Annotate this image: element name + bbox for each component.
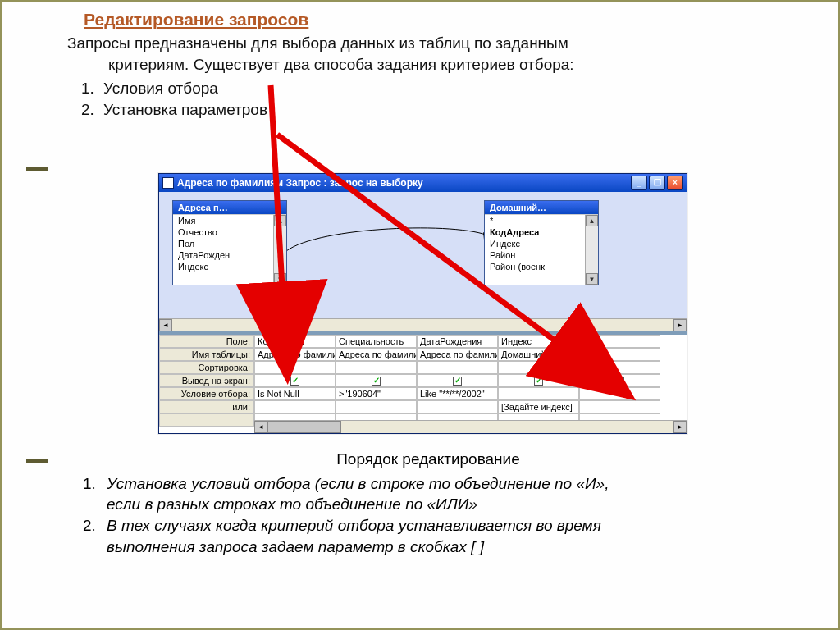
scroll-left-icon[interactable]: ◄ [254, 421, 267, 433]
or-cell[interactable]: [Задайте индекс] [498, 400, 579, 413]
grid-cell[interactable]: Домашний адрес [498, 348, 579, 361]
grid-cell[interactable] [336, 361, 417, 374]
row-label-empty [159, 413, 254, 427]
criteria-cell[interactable]: Is Not Null [254, 387, 336, 400]
design-grid[interactable]: Поле: КодАдреса Специальность ДатаРожден… [159, 335, 687, 427]
grid-cell[interactable] [254, 361, 336, 374]
scroll-down-icon[interactable]: ▼ [586, 273, 598, 285]
scroll-down-icon[interactable]: ▼ [274, 273, 286, 285]
criteria-cell[interactable]: Like "**/**/2002" [417, 387, 498, 400]
bottom-subtitle: Порядок редактирование [67, 449, 789, 470]
grid-cell[interactable] [417, 361, 498, 374]
query-design-window: Адреса по фамилиям Запрос : запрос на вы… [158, 173, 687, 434]
grid-cell[interactable]: ДатаРождения [417, 335, 498, 348]
field-item[interactable]: Отчество [173, 226, 286, 238]
row-label-sort: Сортировка: [159, 361, 254, 374]
field-item[interactable]: Пол [173, 238, 286, 249]
criteria-cell[interactable] [498, 387, 579, 400]
field-item[interactable]: * [485, 215, 598, 226]
intro-block: Запросы предназначены для выбора данных … [67, 33, 674, 121]
window-title-text: Адреса по фамилиям Запрос : запрос на вы… [177, 174, 423, 192]
criteria-cell[interactable]: >"190604" [336, 387, 417, 400]
intro-item-2: Установка параметров [98, 99, 674, 121]
or-cell[interactable] [417, 400, 498, 413]
grid-cell[interactable]: Адреса по фамили [336, 348, 417, 361]
field-item[interactable]: Имя [173, 215, 286, 226]
row-label-field: Поле: [159, 335, 254, 348]
grid-cell[interactable] [498, 361, 579, 374]
table-left-title[interactable]: Адреса п… [173, 201, 286, 214]
grid-cell[interactable]: Специальность [336, 335, 417, 348]
grid-cell[interactable] [579, 361, 660, 374]
design-grid-pane[interactable]: Поле: КодАдреса Специальность ДатаРожден… [159, 335, 687, 433]
grid-cell[interactable]: Адреса по фамили [254, 348, 336, 361]
field-item[interactable]: Индекс [173, 261, 286, 272]
row-label-show: Вывод на экран: [159, 374, 254, 387]
grid-cell[interactable]: Индекс [498, 335, 579, 348]
minimize-button[interactable]: _ [631, 176, 647, 190]
scroll-right-icon[interactable]: ► [673, 319, 687, 331]
relationship-line [286, 218, 495, 251]
field-scrollbar[interactable]: ▲ ▼ [273, 215, 286, 285]
scroll-right-icon[interactable]: ► [673, 421, 687, 433]
table-box-left[interactable]: Адреса п… Имя Отчество Пол ДатаРожден Ин… [172, 200, 287, 285]
grid-cell[interactable]: КодАдреса [254, 335, 336, 348]
page-title: Редактирование запросов [84, 10, 308, 30]
show-checkbox[interactable]: ✓ [417, 374, 498, 387]
row-label-criteria: Условие отбора: [159, 387, 254, 400]
window-icon [162, 177, 174, 189]
or-cell[interactable] [254, 400, 336, 413]
show-checkbox[interactable]: ✓ [336, 374, 417, 387]
bottom-item-1: Установка условий отбора (если в строке … [100, 473, 789, 515]
bottom-block: Порядок редактирование Установка условий… [67, 449, 789, 557]
or-cell[interactable] [579, 400, 660, 413]
window-titlebar[interactable]: Адреса по фамилиям Запрос : запрос на вы… [159, 174, 687, 192]
field-item[interactable]: Район [485, 249, 598, 261]
show-checkbox[interactable]: ✓ [254, 374, 336, 387]
field-item[interactable]: Индекс [485, 238, 598, 249]
show-checkbox[interactable] [579, 374, 660, 387]
bottom-item-2: В тех случаях когда критерий отбора уста… [100, 515, 789, 557]
or-cell[interactable] [336, 400, 417, 413]
grid-cell[interactable]: Адреса по фамили [417, 348, 498, 361]
grid-cell[interactable]: Дом [579, 348, 660, 361]
intro-line-1: Запросы предназначены для выбора данных … [67, 34, 568, 52]
lower-hscroll[interactable]: ◄ ► [254, 420, 687, 433]
show-checkbox[interactable]: ✓ [498, 374, 579, 387]
field-item[interactable]: ДатаРожден [173, 249, 286, 261]
grid-cell[interactable]: Рай [579, 335, 660, 348]
intro-item-1: Условия отбора [98, 78, 674, 99]
row-label-or: или: [159, 400, 254, 413]
tables-pane[interactable]: Адреса п… Имя Отчество Пол ДатаРожден Ин… [159, 192, 687, 331]
scroll-up-icon[interactable]: ▲ [274, 215, 286, 226]
table-box-right[interactable]: Домашний… * КодАдреса Индекс Район Район… [484, 200, 599, 285]
close-button[interactable]: × [667, 176, 683, 190]
row-label-table: Имя таблицы: [159, 348, 254, 361]
scroll-left-icon[interactable]: ◄ [159, 319, 172, 331]
field-item-key[interactable]: КодАдреса [485, 226, 598, 238]
field-scrollbar[interactable]: ▲ ▼ [585, 215, 598, 285]
criteria-cell[interactable] [579, 387, 660, 400]
intro-line-2: критериям. Существует два способа задани… [67, 54, 674, 75]
field-item[interactable]: Район (военк [485, 261, 598, 272]
upper-hscroll[interactable]: ◄ ► [159, 318, 687, 331]
maximize-button[interactable]: ❐ [649, 176, 665, 190]
scroll-up-icon[interactable]: ▲ [586, 215, 598, 226]
table-right-title[interactable]: Домашний… [485, 201, 598, 214]
scroll-thumb[interactable] [267, 421, 341, 433]
